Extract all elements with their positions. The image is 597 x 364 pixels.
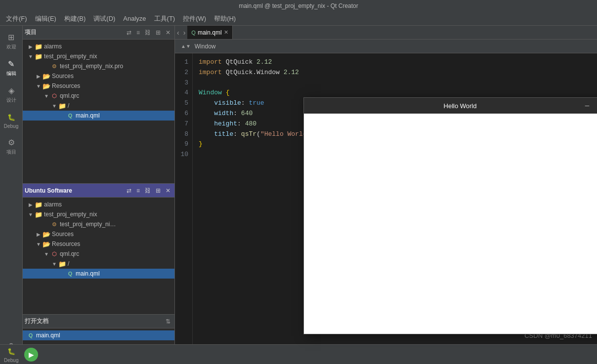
pro-icon2: ⚙ xyxy=(50,220,58,228)
ubuntu-sync-btn[interactable]: ⇄ xyxy=(125,186,133,195)
menu-analyze[interactable]: Analyze xyxy=(119,13,150,24)
sidebar-label-edit: 编辑 xyxy=(6,70,16,77)
tree-label-main-qml: main.qml xyxy=(76,112,100,119)
line-num-4: 4 xyxy=(179,88,188,98)
tree-item-alarms[interactable]: ▶ 📁 alarms xyxy=(23,41,174,51)
tree-label-pro2: test_proj_empty_ni… xyxy=(60,221,116,228)
folder-icon-resources: 📂 xyxy=(43,82,50,90)
menu-help[interactable]: 帮助(H) xyxy=(210,12,240,25)
main-layout: ⊞ 欢迎 ✎ 编辑 ◈ 设计 🐛 Debug ⚙ 项目 ? 帮助 xyxy=(0,26,597,364)
sidebar-item-edit[interactable]: ✎ 编辑 xyxy=(0,54,22,81)
tree-item-main-qml[interactable]: Q main.qml xyxy=(23,111,174,121)
tree-item-qml-qrc[interactable]: ▼ ⬡ qml.qrc xyxy=(23,91,174,101)
tree-item-test-proj[interactable]: ▼ 📁 test_proj_empty_nix xyxy=(23,51,174,61)
menu-file[interactable]: 文件(F) xyxy=(2,12,31,25)
hello-dialog-maximize-btn[interactable]: □ xyxy=(595,101,597,110)
tree-item-sources[interactable]: ▶ 📂 Sources xyxy=(23,71,174,81)
project-panel-title: 项目 xyxy=(25,28,125,37)
line-num-9: 9 xyxy=(179,139,188,150)
design-icon: ◈ xyxy=(6,85,17,96)
tree-item-slash[interactable]: ▼ 📁 / xyxy=(23,101,174,111)
qrc-icon2: ⬡ xyxy=(50,250,58,258)
tree-item-slash2[interactable]: ▼ 📁 / xyxy=(23,259,174,269)
tree-item-alarms2[interactable]: ▶ 📁 alarms xyxy=(23,200,174,209)
ubuntu-link-btn[interactable]: ⛓ xyxy=(143,186,153,195)
open-doc-main-qml[interactable]: Q main.qml xyxy=(23,330,174,340)
ubuntu-panel: Ubuntu Software ⇄ ≡ ⛓ ⊞ ✕ ▶ xyxy=(23,184,174,315)
hello-world-dialog[interactable]: Hello World ─ □ ✕ xyxy=(303,97,597,334)
ubuntu-panel-content: ▶ 📁 alarms ▼ 📁 test_proj_empty_nix xyxy=(23,198,174,314)
editor-area: ‹ › Q main.qml ✕ ▲▼ Window 1 xyxy=(175,26,597,364)
project-sync-btn[interactable]: ⇄ xyxy=(125,28,133,37)
tree-label-test-proj: test_proj_empty_nix xyxy=(44,53,97,60)
tree-item-resources2[interactable]: ▼ 📂 Resources xyxy=(23,239,174,249)
sidebar-item-debug[interactable]: 🐛 Debug xyxy=(0,108,22,133)
title-bar: main.qml @ test_proj_empty_nix - Qt Crea… xyxy=(0,0,597,12)
hello-dialog-content xyxy=(304,114,597,334)
tree-label-slash2: / xyxy=(68,260,69,267)
project-close-btn[interactable]: ✕ xyxy=(164,28,172,37)
tree-item-sources2[interactable]: ▶ 📂 Sources xyxy=(23,229,174,239)
menu-bar: 文件(F) 编辑(E) 构建(B) 调试(D) Analyze 工具(T) 控件… xyxy=(0,12,597,26)
menu-tools[interactable]: 工具(T) xyxy=(150,12,179,25)
window-expand-btn[interactable]: ▲▼ xyxy=(179,40,193,53)
debug-bottom-icon: 🐛 xyxy=(6,346,17,357)
bottom-bar: 🐛 Debug ▶ xyxy=(0,344,597,364)
menu-controls[interactable]: 控件(W) xyxy=(179,12,210,25)
ubuntu-add-btn[interactable]: ⊞ xyxy=(154,186,163,195)
tree-label-alarms: alarms xyxy=(44,43,62,50)
arrow-alarms: ▶ xyxy=(27,44,35,49)
line-num-7: 7 xyxy=(179,119,188,129)
project-panel-content: ▶ 📁 alarms ▼ 📁 test_proj_empty_nix xyxy=(23,40,174,183)
editor-tabs: ‹ › Q main.qml ✕ xyxy=(175,26,597,40)
tree-label-slash: / xyxy=(68,102,69,109)
project-icon-test2: 📁 xyxy=(35,210,43,218)
tree-item-resources[interactable]: ▼ 📂 Resources xyxy=(23,81,174,91)
project-filter-btn[interactable]: ≡ xyxy=(134,28,142,37)
hello-dialog-controls: ─ □ ✕ xyxy=(583,101,597,110)
tree-item-pro[interactable]: ⚙ test_proj_empty_nix.pro xyxy=(23,61,174,71)
project-link-btn[interactable]: ⛓ xyxy=(143,28,153,37)
code-line-3 xyxy=(199,78,591,88)
qml-icon: Q xyxy=(66,112,74,120)
menu-edit[interactable]: 编辑(E) xyxy=(31,12,60,25)
open-docs-sort-btn[interactable]: ⇅ xyxy=(164,317,172,326)
tree-item-main-qml2[interactable]: Q main.qml xyxy=(23,269,174,279)
editor-tab-main-qml[interactable]: Q main.qml ✕ xyxy=(187,26,232,39)
sidebar-label-welcome: 欢迎 xyxy=(6,43,16,50)
ubuntu-tree: ▶ 📁 alarms ▼ 📁 test_proj_empty_nix xyxy=(23,198,174,281)
open-docs-panel-header: 打开文档 ⇅ xyxy=(23,315,174,328)
menu-debug[interactable]: 调试(D) xyxy=(89,12,119,25)
tree-item-qml-qrc2[interactable]: ▼ ⬡ qml.qrc xyxy=(23,249,174,259)
tree-label-qml-qrc2: qml.qrc xyxy=(60,250,79,257)
arrow-test-proj: ▼ xyxy=(27,54,35,59)
line-num-1: 1 xyxy=(179,57,188,68)
hello-dialog-minimize-btn[interactable]: ─ xyxy=(583,101,592,110)
tree-label-sources2: Sources xyxy=(52,231,74,238)
editor-tab-close-btn[interactable]: ✕ xyxy=(224,29,228,36)
sidebar-item-design[interactable]: ◈ 设计 xyxy=(0,81,22,108)
editor-forward-btn[interactable]: › xyxy=(181,26,188,39)
ubuntu-close-btn[interactable]: ✕ xyxy=(164,186,172,195)
code-line-2: import QtQuick.Window 2.12 xyxy=(199,68,591,78)
line-num-5: 5 xyxy=(179,98,188,109)
tree-item-pro2[interactable]: ⚙ test_proj_empty_ni… xyxy=(23,219,174,229)
editor-back-btn[interactable]: ‹ xyxy=(175,26,181,39)
tree-item-test-proj2[interactable]: ▼ 📁 test_proj_empty_nix xyxy=(23,209,174,219)
ubuntu-panel-header: Ubuntu Software ⇄ ≡ ⛓ ⊞ ✕ xyxy=(23,184,174,198)
ubuntu-filter-btn[interactable]: ≡ xyxy=(134,186,142,195)
panels-row: 项目 ⇄ ≡ ⛓ ⊞ ✕ ▶ xyxy=(23,26,597,364)
menu-build[interactable]: 构建(B) xyxy=(60,12,89,25)
run-play-btn[interactable]: ▶ xyxy=(24,348,38,362)
sidebar-item-projects[interactable]: ⚙ 项目 xyxy=(0,133,22,160)
project-panel-toolbar: ⇄ ≡ ⛓ ⊞ ✕ xyxy=(125,28,172,37)
line-num-6: 6 xyxy=(179,109,188,119)
debug-icon: 🐛 xyxy=(6,112,17,122)
folder-icon-slash: 📁 xyxy=(58,102,66,110)
sidebar-item-welcome[interactable]: ⊞ 欢迎 xyxy=(0,28,22,54)
code-line-1: import QtQuick 2.12 xyxy=(199,57,591,68)
hello-dialog-titlebar: Hello World ─ □ ✕ xyxy=(304,98,597,114)
project-add-btn[interactable]: ⊞ xyxy=(154,28,163,37)
sidebar-label-projects: 项目 xyxy=(6,149,16,156)
window-label: Window xyxy=(195,43,216,50)
